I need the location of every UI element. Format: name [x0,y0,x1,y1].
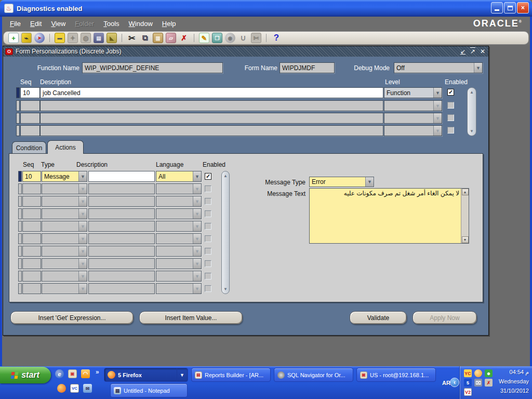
actions-seq-field[interactable] [22,271,41,282]
row-selector[interactable] [16,125,20,136]
rules-seq-field[interactable] [20,100,40,111]
rules-level-select[interactable]: Function ▼ [384,87,442,98]
actions-seq-field[interactable] [22,196,41,207]
row-selector[interactable] [18,283,22,294]
taskbar-button-sql-navigator[interactable]: SQL Navigator for Or... [274,368,353,382]
menu-window[interactable]: Window [124,18,157,29]
rules-enabled-checkbox[interactable] [447,114,454,121]
tray-yc-app-icon[interactable]: YC [464,369,472,377]
actions-description-field[interactable] [88,221,155,232]
rules-scrollbar[interactable]: ▲ ▼ [467,87,476,136]
message-text-scrollbar[interactable]: ▲ ▼ [461,189,469,243]
scroll-up-icon[interactable]: ▲ [470,90,474,95]
attachments-icon[interactable]: ∪ [238,33,248,43]
actions-enabled-checkbox[interactable] [205,260,211,267]
taskbar-button-terminal[interactable]: ▣ US - root@192.168.1... [356,368,436,382]
show-navigator-icon[interactable]: ➤ [34,33,45,43]
actions-language-select[interactable]: ▼ [156,233,202,244]
actions-enabled-checkbox[interactable] [205,198,211,205]
vnc-icon[interactable]: VC [70,384,79,393]
rules-description-field[interactable] [40,113,383,124]
tray-network-icon[interactable]: ⌧ [474,379,482,387]
actions-enabled-checkbox[interactable] [205,248,211,255]
function-name-field[interactable]: WIP_WIPDJMDF_DEFINE [82,62,223,73]
copy-icon[interactable]: ⧉ [140,33,150,43]
actions-type-select[interactable]: ▼ [42,183,87,194]
actions-enabled-checkbox[interactable] [205,185,211,192]
form-name-field[interactable]: WIPDJMDF [280,62,335,73]
actions-language-select[interactable]: ▼ [156,196,202,207]
chevron-down-icon[interactable]: ▼ [193,171,201,181]
rules-enabled-checkbox[interactable] [447,102,454,109]
chevron-down-icon[interactable]: ▼ [177,368,184,381]
rules-enabled-checkbox[interactable]: ✓ [447,89,454,96]
tray-clock-day[interactable]: Wednesday [491,378,529,384]
find-icon[interactable]: ⌁ [21,33,32,43]
help-icon[interactable]: ? [271,33,282,43]
row-selector[interactable] [18,171,22,182]
actions-description-field[interactable] [88,233,155,244]
chevron-down-icon[interactable]: ▼ [365,177,374,187]
rules-level-select[interactable]: ▼ [384,100,442,111]
close-form-icon[interactable]: ◣ [107,33,117,43]
tab-condition[interactable]: Condition [12,141,46,154]
orange-app-icon[interactable]: ◠ [81,369,90,378]
actions-description-field[interactable] [88,271,155,282]
scroll-up-icon[interactable]: ▲ [462,189,469,195]
taskbar-button-reports-builder[interactable]: ▤ Reports Builder - [AR... [191,368,271,382]
chevron-down-icon[interactable]: ▼ [78,171,87,181]
actions-type-select[interactable]: ▼ [42,221,87,232]
actions-language-select[interactable]: ▼ [156,183,202,194]
scroll-down-icon[interactable]: ▼ [223,287,228,291]
rules-level-select[interactable]: ▼ [384,125,442,136]
actions-language-select[interactable]: ▼ [156,258,202,269]
internet-explorer-icon[interactable]: e [55,369,64,378]
actions-language-select[interactable]: ▼ [156,246,202,257]
actions-enabled-checkbox[interactable] [205,210,211,217]
form-close-icon[interactable]: ✕ [480,48,485,55]
actions-description-field[interactable] [88,196,155,207]
rules-seq-field[interactable] [20,113,40,124]
rules-seq-field[interactable] [20,125,40,136]
menu-view[interactable]: View [46,18,70,29]
actions-enabled-checkbox[interactable] [205,285,211,292]
actions-language-select[interactable]: ▼ [156,208,202,219]
form-minimize-icon[interactable]: ↙ [460,48,466,55]
overflow-chevron-icon[interactable]: » [96,368,99,376]
validate-button[interactable]: Validate [350,311,407,324]
row-selector[interactable] [16,100,20,111]
actions-description-field[interactable] [88,283,155,294]
menu-file[interactable]: File [5,18,25,29]
row-selector[interactable] [18,208,22,219]
scroll-down-icon[interactable]: ▼ [462,236,469,243]
scroll-down-icon[interactable]: ▼ [470,129,474,134]
actions-type-select[interactable]: ▼ [42,283,87,294]
actions-description-field[interactable] [88,171,155,182]
menu-tools[interactable]: Tools [99,18,124,29]
row-selector[interactable] [18,221,22,232]
rules-description-field[interactable] [40,125,383,136]
rules-seq-field[interactable]: 10 [20,87,40,98]
actions-enabled-checkbox[interactable]: ✓ [205,173,211,180]
actions-seq-field[interactable] [22,283,41,294]
actions-type-select[interactable]: ▼ [42,208,87,219]
tray-clock-time[interactable]: 04:54 م [491,369,529,376]
tray-app-5-icon[interactable]: 5 [464,379,472,387]
message-text-area[interactable]: لا يمكن الغاء أمر شغل تم صرف مكونات عليه… [309,188,469,244]
rules-description-field[interactable]: job Cancelled [40,87,383,98]
start-button[interactable]: start [0,367,51,383]
firefox-icon[interactable] [57,384,66,393]
row-selector[interactable] [16,113,20,124]
edit-field-icon[interactable]: ✎ [199,33,209,43]
tray-alarm-clock-icon[interactable] [474,369,482,377]
actions-seq-field[interactable] [22,183,41,194]
actions-seq-field[interactable] [22,246,41,257]
actions-type-select[interactable]: ▼ [42,233,87,244]
scroll-up-icon[interactable]: ▲ [223,174,228,178]
actions-language-select[interactable]: All ▼ [156,171,202,182]
debug-mode-select[interactable]: Off ▼ [394,62,483,73]
paste-icon[interactable]: ▥ [153,33,163,43]
close-button[interactable]: × [517,2,529,14]
form-window-titlebar[interactable]: O Form Personalizations (Discrete Jobs) … [3,46,488,57]
actions-type-select[interactable]: Message ▼ [42,171,87,182]
